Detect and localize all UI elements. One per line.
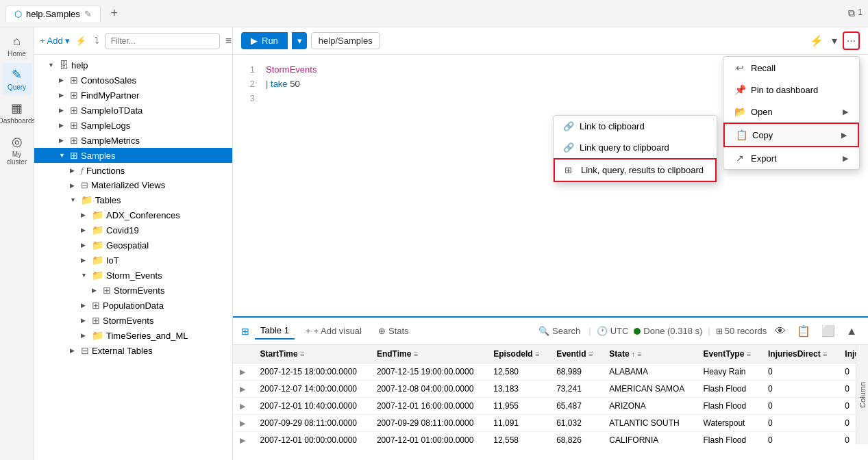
table-scroll[interactable]: StartTime ≡ EndTime ≡ EpisodeId ≡ EventI… [233, 345, 868, 444]
results-table: StartTime ≡ EndTime ≡ EpisodeId ≡ EventI… [233, 345, 868, 444]
folder-icon-timeseries: 📁 [92, 330, 103, 341]
row-expand-5[interactable]: ▶ [233, 432, 253, 445]
sort-endtime-icon[interactable]: ≡ [414, 350, 418, 358]
th-episodeid[interactable]: EpisodeId ≡ [486, 345, 549, 363]
window-controls: ⧉ 1 [848, 8, 863, 19]
label-geo: Geospatial [106, 240, 149, 251]
tree-item-functions[interactable]: ▶ 𝑓 Functions [34, 163, 232, 178]
submenu-link-clipboard[interactable]: 🔗 Link to clipboard [554, 116, 717, 137]
run-arrow-button[interactable]: ▾ [292, 32, 307, 49]
more-button[interactable]: ⋯ [843, 31, 860, 50]
eye-button[interactable]: 👁 [772, 322, 789, 340]
chevron-stormevents3: ▶ [81, 317, 89, 324]
nav-mycluster[interactable]: ◎ My cluster [2, 130, 32, 170]
folder-icon-stormev: 📁 [92, 270, 103, 281]
row-expand-1[interactable]: ▶ [233, 363, 253, 381]
copy-table-button[interactable]: 📋 [794, 322, 813, 340]
new-tab-button[interactable]: + [106, 5, 123, 22]
nav-cluster-label: My cluster [5, 151, 29, 166]
cell-episode-1: 12,580 [486, 363, 549, 381]
tree-item-iot[interactable]: ▶ 📁 IoT [34, 253, 232, 268]
tree-item-findmy[interactable]: ▶ ⊞ FindMyPartner [34, 88, 232, 103]
th-eventtype[interactable]: EventType ≡ [697, 345, 762, 363]
cell-event-5: 68,826 [549, 432, 602, 445]
menu-export[interactable]: ↗ Export ▶ [723, 147, 859, 169]
submenu-link-query[interactable]: 🔗 Link query to clipboard [554, 137, 717, 158]
table-icon-contoso: ⊞ [70, 75, 78, 86]
tree-item-samplemetrics[interactable]: ▶ ⊞ SampleMetrics [34, 133, 232, 148]
table-icon-samplelogs: ⊞ [70, 120, 78, 131]
sort-episodeid-icon[interactable]: ≡ [535, 350, 539, 358]
tree-item-iotdata[interactable]: ▶ ⊞ SampleIoTData [34, 103, 232, 118]
tree-item-popdata[interactable]: ▶ ⊞ PopulationData [34, 298, 232, 313]
nav-query[interactable]: ✎ Query [2, 63, 32, 95]
th-injuriesdirect[interactable]: InjuriesDirect ≡ [761, 345, 838, 363]
row-expand-3[interactable]: ▶ [233, 398, 253, 415]
tree-item-adx[interactable]: ▶ 📁 ADX_Conferences [34, 207, 232, 222]
tree-item-matviews[interactable]: ▶ ⊟ Materialized Views [34, 178, 232, 192]
tree-item-covid[interactable]: ▶ 📁 Covid19 [34, 222, 232, 238]
menu-recall[interactable]: ↩ Recall [723, 57, 859, 79]
tree-item-help[interactable]: ▼ 🗄 help [34, 58, 232, 73]
collapse-table-button[interactable]: ▲ [843, 322, 860, 340]
tree-item-external[interactable]: ▶ ⊟ External Tables [34, 343, 232, 358]
filter-icon-button[interactable]: ⚡ [807, 31, 826, 50]
submenu-link-query-label: Link query to clipboard [580, 142, 669, 153]
records-count: ⊞ 50 records [716, 326, 767, 336]
menu-open[interactable]: 📂 Open ▶ [723, 101, 859, 123]
data-arrow-button[interactable]: ⤵ [92, 33, 102, 49]
tree-item-stormevents2[interactable]: ▶ ⊞ StormEvents [34, 283, 232, 298]
folder-icon-iot: 📁 [92, 255, 103, 266]
tree-item-stormev[interactable]: ▼ 📁 Storm_Events [34, 268, 232, 283]
sort-starttime-icon[interactable]: ≡ [300, 350, 304, 358]
tree-item-tables[interactable]: ▼ 📁 Tables [34, 192, 232, 207]
label-stormevents3: StormEvents [103, 316, 153, 326]
tree-item-contoso[interactable]: ▶ ⊞ ContosoSales [34, 73, 232, 88]
query-editor[interactable]: 1 StormEvents 2 | take 50 3 ↩ Reca [233, 55, 868, 316]
folder-icon-tables: 📁 [81, 194, 92, 205]
tree-item-geo[interactable]: ▶ 📁 Geospatial [34, 238, 232, 253]
tab-stats[interactable]: ⊕ Stats [373, 323, 414, 339]
cell-inj-2: 0 [761, 381, 838, 398]
data-connection-button[interactable]: ⚡ [73, 33, 89, 49]
tree-item-samples[interactable]: ▼ ⊞ Samples [34, 148, 232, 163]
search-button[interactable]: 🔍 Search [536, 323, 583, 339]
expand-icon-2: ▶ [240, 385, 245, 393]
tree-item-timeseries[interactable]: ▶ 📁 TimeSeries_and_ML [34, 328, 232, 343]
tree-item-stormevents3[interactable]: ▶ ⊞ StormEvents [34, 313, 232, 328]
th-state[interactable]: State ↑ ≡ [602, 345, 696, 363]
settings-icon-button[interactable]: ▾ [829, 31, 840, 50]
label-stormevents2: StormEvents [114, 285, 164, 296]
th-eventid[interactable]: EventId ≡ [549, 345, 602, 363]
submenu-link-query-results[interactable]: ⊞ Link, query, results to clipboard [554, 158, 717, 182]
tab-add-visual[interactable]: + + Add visual [300, 323, 367, 339]
edit-icon[interactable]: ✎ [84, 9, 92, 19]
th-expand [233, 345, 253, 363]
menu-pin[interactable]: 📌 Pin to dashboard [723, 79, 859, 101]
filter-input[interactable] [105, 33, 220, 49]
chevron-matviews: ▶ [70, 182, 78, 189]
chevron-contoso: ▶ [59, 77, 67, 84]
cell-start-2: 2007-12-07 14:00:00.0000 [253, 381, 370, 398]
tab-addvisual-label: + Add visual [314, 326, 362, 336]
sort-injuries-icon[interactable]: ≡ [823, 350, 827, 358]
cell-end-4: 2007-09-29 08:11:00.0000 [370, 415, 486, 432]
run-button[interactable]: ▶ Run [241, 32, 288, 49]
th-endtime[interactable]: EndTime ≡ [370, 345, 486, 363]
row-expand-4[interactable]: ▶ [233, 415, 253, 432]
sort-eventid-icon[interactable]: ≡ [588, 350, 593, 358]
filter-state-icon[interactable]: ≡ [637, 350, 641, 358]
active-tab[interactable]: ⬡ help.Samples ✎ [5, 5, 101, 22]
row-expand-2[interactable]: ▶ [233, 381, 253, 398]
cell-start-4: 2007-09-29 08:11:00.0000 [253, 415, 370, 432]
expand-table-button[interactable]: ⬜ [819, 322, 838, 340]
sort-eventtype-icon[interactable]: ≡ [747, 350, 751, 358]
tree-item-samplelogs[interactable]: ▶ ⊞ SampleLogs [34, 118, 232, 133]
th-starttime[interactable]: StartTime ≡ [253, 345, 370, 363]
nav-home[interactable]: ⌂ Home [2, 30, 32, 62]
chevron-functions: ▶ [70, 167, 78, 174]
add-button[interactable]: + Add ▾ [40, 36, 70, 46]
tab-table1[interactable]: Table 1 [255, 322, 295, 340]
nav-dashboards[interactable]: ▦ Dashboards [2, 97, 32, 129]
menu-copy[interactable]: 📋 Copy ▶ [723, 123, 859, 147]
